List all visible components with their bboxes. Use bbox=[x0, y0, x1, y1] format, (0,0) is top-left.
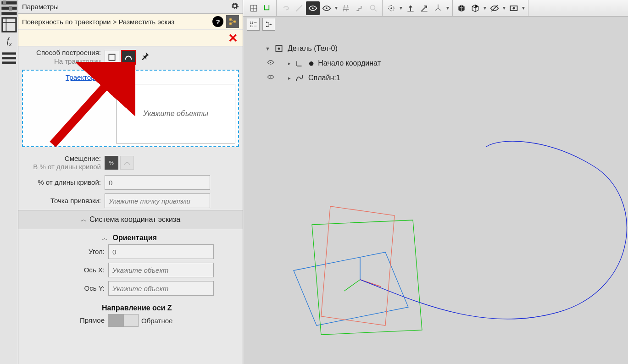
link-icon bbox=[278, 1, 292, 15]
svg-line-36 bbox=[421, 6, 427, 11]
axis-y-row: Ось Y: bbox=[22, 279, 239, 298]
svg-text:11: 11 bbox=[250, 21, 254, 24]
dropdown-icon[interactable]: ▼ bbox=[445, 6, 450, 11]
rail-tree-icon[interactable] bbox=[0, 17, 18, 33]
trajectory-link[interactable]: Траектория bbox=[26, 73, 102, 81]
svg-line-26 bbox=[344, 5, 345, 11]
cube-wire-icon[interactable] bbox=[468, 1, 482, 15]
svg-point-43 bbox=[513, 7, 515, 9]
anchor-row: Точка привязки: bbox=[18, 192, 243, 210]
orbit-icon[interactable] bbox=[384, 1, 398, 15]
z-direction-toggle[interactable] bbox=[108, 314, 139, 327]
angle-label: Угол: bbox=[89, 248, 105, 255]
svg-point-33 bbox=[390, 7, 392, 9]
axis-y-label: Ось Y: bbox=[84, 284, 105, 292]
svg-marker-61 bbox=[321, 206, 395, 325]
svg-point-50 bbox=[270, 24, 272, 25]
z-fwd-label: Прямое bbox=[80, 316, 105, 324]
svg-rect-9 bbox=[2, 57, 16, 59]
offset-curve-button[interactable] bbox=[120, 156, 134, 170]
close-row: ✕ bbox=[18, 30, 243, 47]
svg-point-30 bbox=[370, 5, 375, 10]
svg-rect-12 bbox=[229, 22, 232, 25]
rail-fx-icon[interactable]: fx bbox=[0, 33, 18, 50]
offset-label: Смещение: bbox=[65, 154, 101, 162]
svg-rect-4 bbox=[9, 6, 12, 11]
svg-marker-59 bbox=[294, 252, 408, 325]
svg-line-31 bbox=[375, 9, 377, 11]
grid-icon[interactable] bbox=[247, 1, 261, 15]
help-icon[interactable]: ? bbox=[212, 16, 223, 27]
objects-area[interactable]: Укажите объекты bbox=[116, 84, 235, 143]
zoom-icon bbox=[367, 1, 380, 15]
svg-rect-16 bbox=[109, 54, 115, 60]
offset-percent-button[interactable]: % bbox=[105, 156, 118, 170]
svg-line-40 bbox=[435, 8, 438, 11]
build-method-label: Способ построения: bbox=[36, 49, 101, 56]
dropdown-icon[interactable]: ▼ bbox=[398, 6, 404, 11]
angle-row: Угол: bbox=[22, 243, 239, 261]
tree-branch-icon[interactable] bbox=[262, 18, 275, 31]
rail-parameters-icon[interactable] bbox=[0, 0, 18, 17]
pin-icon[interactable] bbox=[140, 51, 150, 63]
sub-toolbar: 1112 bbox=[243, 17, 279, 32]
eye-icon[interactable] bbox=[320, 1, 333, 15]
dropdown-icon[interactable]: ▼ bbox=[333, 6, 339, 11]
svg-rect-2 bbox=[1, 12, 17, 15]
step-icon[interactable] bbox=[353, 1, 367, 15]
cube-solid-icon[interactable] bbox=[455, 1, 468, 15]
gear-icon[interactable] bbox=[231, 2, 239, 11]
rail-menu-icon[interactable] bbox=[0, 50, 18, 66]
tree-toggle-icon[interactable] bbox=[226, 15, 239, 28]
svg-line-15 bbox=[232, 22, 234, 24]
panel-header: Параметры bbox=[18, 0, 243, 14]
list-numbered-icon[interactable]: 1112 bbox=[247, 18, 260, 31]
viewport-3d[interactable] bbox=[243, 32, 628, 364]
pct-input[interactable] bbox=[105, 175, 210, 190]
method-trajectory-button[interactable] bbox=[121, 50, 136, 65]
axis-x-label: Ось X: bbox=[84, 266, 105, 274]
svg-point-24 bbox=[312, 7, 313, 9]
axis2-icon[interactable] bbox=[417, 1, 431, 15]
axis-x-input[interactable] bbox=[108, 263, 214, 277]
trajectory-box: Траектория Укажите объекты bbox=[22, 70, 239, 147]
parameters-panel: Параметры Поверхность по траектории > Ра… bbox=[18, 0, 243, 364]
left-rail: fx bbox=[0, 0, 18, 364]
z-dir-row: Прямое Обратное bbox=[22, 312, 239, 329]
method-plane-button[interactable] bbox=[105, 50, 119, 65]
z-dir-label: Направление оси Z bbox=[102, 304, 172, 312]
dropdown-icon[interactable]: ▼ bbox=[501, 6, 507, 11]
svg-rect-8 bbox=[2, 52, 16, 55]
svg-rect-11 bbox=[229, 18, 232, 21]
coords-section-label: Система координат эскиза bbox=[89, 215, 180, 224]
z-rev-label: Обратное bbox=[141, 317, 172, 325]
axis-y-input[interactable] bbox=[108, 281, 214, 296]
orientation-header[interactable]: ︿ Ориентация bbox=[22, 234, 239, 243]
svg-rect-3 bbox=[3, 0, 6, 5]
dropdown-icon[interactable]: ▼ bbox=[521, 6, 526, 11]
pct-label: % от длины кривой: bbox=[38, 178, 101, 186]
hide-icon[interactable] bbox=[488, 1, 501, 15]
svg-line-27 bbox=[347, 5, 348, 11]
close-icon[interactable]: ✕ bbox=[228, 31, 238, 45]
anchor-input[interactable] bbox=[105, 193, 210, 208]
svg-line-14 bbox=[232, 20, 234, 22]
profile-icon[interactable] bbox=[261, 1, 274, 15]
offset-row: Смещение: В % от длины кривой % bbox=[18, 153, 243, 174]
hash-icon[interactable] bbox=[339, 1, 353, 15]
coords-section-header[interactable]: ︿ Система координат эскиза bbox=[18, 210, 243, 229]
angle-input[interactable] bbox=[108, 244, 214, 259]
svg-text:12: 12 bbox=[250, 24, 254, 28]
panel-title: Параметры bbox=[22, 3, 59, 11]
dropdown-icon[interactable]: ▼ bbox=[482, 6, 488, 11]
axis1-icon[interactable] bbox=[404, 1, 417, 15]
eye-box-icon[interactable] bbox=[507, 1, 521, 15]
axis3-icon[interactable] bbox=[431, 1, 445, 15]
objects-placeholder: Укажите объекты bbox=[143, 110, 208, 118]
anchor-label: Точка привязки: bbox=[50, 197, 101, 204]
svg-point-49 bbox=[266, 26, 267, 27]
orientation-label: Ориентация bbox=[112, 234, 156, 242]
chevron-up-icon: ︿ bbox=[102, 235, 108, 242]
eye-active-icon[interactable] bbox=[306, 1, 320, 15]
chevron-up-icon: ︿ bbox=[81, 215, 87, 224]
